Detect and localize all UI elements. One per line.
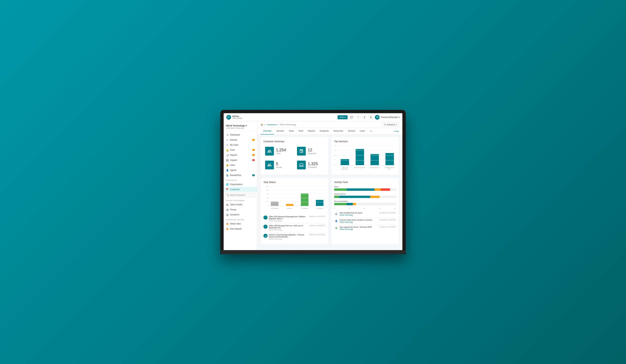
sidebar-item-agents[interactable]: 👤 Agents [224,168,257,173]
groups-value: 5 [276,162,282,166]
delivery-icon: ✈ [226,139,229,141]
groups-card-icon [265,161,274,169]
breadcrumb-customers[interactable]: Customers [267,123,276,126]
feed-info-0: New HealthCheck for Azure Wired Technolo… [340,212,378,216]
sidebar-item-disney[interactable]: 🏢 Disney [224,207,257,212]
task-y-axis: 0 20 40 60 80 100 [264,186,268,206]
activity-feed-panel: Activity Feed Alerts [332,178,399,244]
user-menu[interactable]: TM Thomas McDonald ▾ [375,115,400,120]
tab-feed[interactable]: Feed [296,128,306,135]
sidebar-item-silicon-pacific[interactable]: 🏢 Silicon Pacific [224,202,257,207]
manage-button[interactable]: ⚙ MANAGE ▾ [382,123,399,127]
agents-icon: 👤 [226,169,229,172]
tab-tasks[interactable]: Tasks [286,128,296,135]
sidebar-item-sales[interactable]: 💰 Sales [224,163,257,168]
sidebar-item-reports[interactable]: 📊 Reports 2 [224,152,257,158]
logo-icon: BT [226,115,231,120]
sidebar-item-mytasks[interactable]: ☰ My Tasks [224,143,257,147]
tab-overview[interactable]: Overview [261,128,274,135]
task-item-info-2: Perform Cloud Storage Migration - Prepar… [269,234,308,240]
sidebar-item-customers[interactable]: 🚩 Customers [224,187,257,192]
help-circle-icon: ? [393,130,394,132]
summary-card-users: 1,254 Users [264,145,294,157]
sidebar-item-delivery[interactable]: ✈ Delivery 2 [224,137,257,143]
help-icon-btn[interactable]: ? [356,115,360,120]
ts-y-15: 15 [334,150,338,151]
x-label-0: 0 [334,208,335,209]
recommendations-label: Recommendations [334,200,396,202]
tab-devices[interactable]: Devices [346,128,357,135]
add-button[interactable]: ADD ▾ [338,115,348,119]
x-label-40: 40 [394,208,395,209]
home-icon[interactable]: 🏠 [261,123,263,126]
ts-labels-row: Office 365 Advanced... Mailbox Migration… [338,166,396,170]
task-list: i Office 365 Advanced Management • Mailb… [264,214,325,241]
tab-services[interactable]: Services [274,128,286,135]
sidebar-item-support[interactable]: 🎧 Support 4 [224,158,257,163]
logo-line1: BitTitan [233,115,242,117]
task-labels-row: Not Started Attention In Progress [269,207,325,209]
task-item-info-1: Office 365 Managed Service • Add user to… [269,225,308,231]
feed-badge: 7 [252,149,255,151]
task-y-20: 20 [264,201,268,202]
search-customers-input[interactable] [225,193,256,197]
tab-resources[interactable]: Resources [331,128,345,135]
computers-svg-icon [299,163,304,167]
ts-label-2: Deployment Pro [369,167,381,168]
sidebar: Wired Technology ▾ 1,254 User | 23 servi… [224,121,257,250]
endpoints-label: Endpoints [308,152,316,154]
feed-meta-0: Wired Technology [340,214,378,216]
apps-icon-btn[interactable]: ⊞ [368,115,373,120]
tabs: Overview Services Tasks Feed Reports End… [261,128,375,135]
task-item-date-2: Started on: 6/12/2017 [309,234,325,236]
sidebar-item-feed[interactable]: 🔔 Feed 7 [224,147,257,152]
sidebar-item-marketplace[interactable]: 🏪 MarketPlace 9 [224,173,257,178]
new-reports-icon: 🔥 [226,227,229,230]
alerts-seg-0 [334,188,347,191]
task-label-2: In Progress [301,208,308,209]
ts-bar-1 [356,149,364,165]
marketing-label: MARKETING CENTER [224,217,257,221]
sidebar-item-new-reports[interactable]: 🔥 New Reports [224,226,257,231]
customers-icon: 🚩 [226,188,229,191]
nordstrom-icon: 🏢 [226,213,229,216]
sidebar-item-organizations[interactable]: 🌐 Organizations [224,182,257,187]
system-events-label: System Events [334,193,396,195]
task-item-meta-0: Wired Technology [269,220,308,222]
task-item-icon-2: ☁ [264,234,268,238]
help-link[interactable]: ? Help [393,130,399,132]
tab-reports[interactable]: Reports [306,128,317,135]
sidebar-item-label: Nordstrom [230,214,239,216]
groups-svg-icon [267,163,272,167]
billing-icon-btn[interactable]: $ [362,115,367,120]
breadcrumb-current: Wired Technology [280,123,296,126]
tab-endpoints[interactable]: Endpoints [317,128,331,135]
sidebar-item-whats-new[interactable]: 🔥 What's New [224,221,257,226]
endpoints-card-icon [297,147,306,155]
ts-chart-container: 0 5 10 15 20 [334,145,396,170]
ts-bar-2 [370,154,379,165]
tab-more[interactable]: ••• [367,128,375,135]
users-svg-icon [267,149,272,153]
sidebar-item-label: New Reports [230,228,242,230]
sidebar-item-label: Silicon Pacific [230,203,242,206]
sidebar-item-label: Customers [230,188,240,191]
alerts-track [334,188,396,191]
task-bar-1 [286,204,293,206]
tab-users[interactable]: Users [357,128,367,135]
users-label: Users [276,152,286,154]
sidebar-item-nordstrom[interactable]: 🏢 Nordstrom [224,212,257,217]
chat-icon-btn[interactable]: 💬 [349,115,354,120]
ts-y-0: 0 [334,164,338,165]
recent-customers-label: RECENT CUSTOMERS [224,198,257,202]
feed-item-1: 👤 Found 5 leads that is similar to Conto… [334,218,396,224]
groups-card-info: 5 Groups [276,162,282,168]
task-item-1: i Office 365 Managed Service • Add user … [264,223,325,232]
sidebar-item-dashboard[interactable]: ⊞ Dashboard [224,132,257,137]
tabs-bar: Overview Services Tasks Feed Reports End… [257,128,402,135]
sidebar-item-label: Reports [230,154,237,156]
user-avatar: TM [375,115,380,120]
task-item-title-2: Perform Cloud Storage Migration - Prepar… [269,234,308,238]
main-content: 🏠 ▶ Customers ▶ Wired Technology ⚙ MANAG… [257,121,402,250]
feed-meta-2: Wired Technology [340,228,378,230]
